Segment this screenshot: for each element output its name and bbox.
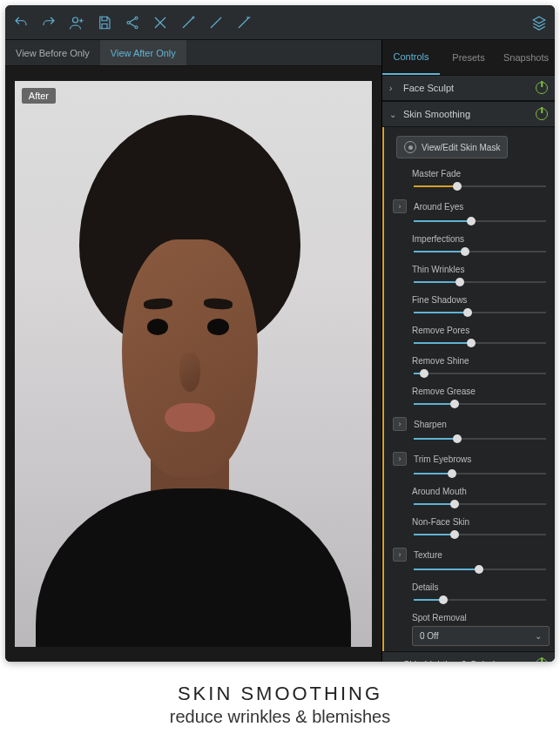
- slider-thumb[interactable]: [461, 247, 469, 256]
- slider-masterFade: Master Fade: [412, 169, 550, 192]
- slider-track-nonFaceSkin[interactable]: [414, 528, 550, 541]
- slider-thumb[interactable]: [467, 217, 476, 225]
- viewport: View Before Only View After Only After: [5, 40, 382, 662]
- slider-label: Thin Wrinkles: [412, 265, 464, 274]
- expand-aroundEyes[interactable]: ›: [393, 199, 407, 213]
- slider-track-thinWrinkles[interactable]: [414, 276, 550, 288]
- section-title: Skin Smoothing: [403, 109, 536, 119]
- tab-view-after[interactable]: View After Only: [100, 40, 186, 65]
- slider-removePores: Remove Pores: [412, 326, 550, 349]
- power-icon[interactable]: [536, 82, 548, 94]
- panel-scroll[interactable]: › Face Sculpt ⌄ Skin Smoothing View/Edit…: [382, 75, 555, 662]
- slider-thinWrinkles: Thin Wrinkles: [412, 265, 550, 288]
- right-panel: Controls Presets Snapshots › Face Sculpt…: [382, 40, 555, 662]
- photo: After: [15, 81, 372, 647]
- section-title: Face Sculpt: [403, 83, 536, 93]
- slider-label: Imperfections: [412, 234, 464, 244]
- skin-smoothing-body: View/Edit Skin Mask Master Fade›Around E…: [382, 127, 555, 651]
- slider-label: Remove Pores: [412, 326, 469, 335]
- after-badge: After: [22, 88, 56, 104]
- spot-removal-value: 0 Off: [420, 631, 439, 641]
- marketing-caption: SKIN SMOOTHING reduce wrinkles & blemish…: [0, 667, 560, 727]
- share-icon[interactable]: [124, 14, 141, 31]
- slider-track-fineShadows[interactable]: [414, 306, 550, 319]
- slider-thumb[interactable]: [450, 500, 459, 508]
- expand-sharpen[interactable]: ›: [393, 417, 407, 431]
- mask-eye-icon: [404, 141, 416, 153]
- slider-track-removeGrease[interactable]: [414, 398, 550, 410]
- view-edit-skin-mask-button[interactable]: View/Edit Skin Mask: [396, 136, 508, 158]
- chevron-right-icon: ›: [389, 660, 398, 663]
- slider-track-masterFade[interactable]: [414, 180, 550, 192]
- section-face-sculpt[interactable]: › Face Sculpt: [382, 75, 555, 101]
- slider-thumb[interactable]: [450, 530, 459, 539]
- tab-presets[interactable]: Presets: [440, 40, 497, 75]
- view-tabs: View Before Only View After Only: [5, 40, 381, 66]
- slider-thumb[interactable]: [439, 596, 448, 604]
- slider-track-details[interactable]: [414, 594, 550, 606]
- layers-icon[interactable]: [530, 14, 548, 31]
- slider-thumb[interactable]: [463, 308, 472, 317]
- slider-track-removePores[interactable]: [414, 337, 550, 349]
- slider-thumb[interactable]: [467, 339, 476, 347]
- chevron-down-icon: ⌄: [389, 110, 398, 119]
- brush-minus-icon[interactable]: [235, 14, 253, 31]
- undo-icon[interactable]: [12, 14, 30, 31]
- slider-imperfections: Imperfections: [412, 234, 550, 258]
- slider-track-sharpen[interactable]: [414, 433, 550, 445]
- expand-trimEyebrows[interactable]: ›: [393, 452, 407, 466]
- slider-thumb[interactable]: [455, 278, 464, 286]
- slider-aroundEyes: ›Around Eyes: [393, 199, 550, 227]
- slider-thumb[interactable]: [420, 369, 428, 378]
- slider-details: Details: [412, 582, 550, 606]
- slider-thumb[interactable]: [475, 565, 483, 574]
- tab-controls[interactable]: Controls: [382, 40, 440, 75]
- section-title: Skin Lighting & Coloring: [403, 659, 536, 662]
- expand-texture[interactable]: ›: [393, 548, 407, 562]
- slider-thumb[interactable]: [450, 400, 459, 408]
- slider-track-trimEyebrows[interactable]: [414, 468, 550, 480]
- spot-removal-dropdown[interactable]: 0 Off ⌄: [412, 626, 550, 646]
- tab-view-before[interactable]: View Before Only: [5, 40, 100, 65]
- slider-thumb[interactable]: [453, 182, 462, 191]
- power-icon[interactable]: [536, 658, 548, 662]
- svg-point-1: [135, 17, 138, 19]
- slider-track-aroundEyes[interactable]: [414, 215, 550, 227]
- slider-nonFaceSkin: Non-Face Skin: [412, 517, 550, 541]
- image-canvas[interactable]: After: [5, 66, 381, 662]
- slider-thumb[interactable]: [448, 469, 456, 478]
- slider-label: Remove Shine: [412, 356, 469, 366]
- slider-track-imperfections[interactable]: [414, 246, 550, 258]
- main-area: View Before Only View After Only After: [5, 40, 555, 662]
- slider-aroundMouth: Around Mouth: [412, 487, 550, 510]
- svg-point-3: [135, 25, 138, 28]
- panel-tabs: Controls Presets Snapshots: [382, 40, 555, 75]
- slider-label: Around Eyes: [414, 202, 463, 212]
- tab-snapshots[interactable]: Snapshots: [497, 40, 555, 75]
- slider-track-aroundMouth[interactable]: [414, 498, 550, 510]
- brush-icon[interactable]: [207, 14, 225, 31]
- power-icon[interactable]: [536, 108, 548, 120]
- section-skin-smoothing[interactable]: ⌄ Skin Smoothing: [382, 101, 555, 127]
- slider-thumb[interactable]: [453, 434, 462, 443]
- slider-fineShadows: Fine Shadows: [412, 295, 550, 319]
- chevron-down-icon: ⌄: [535, 631, 542, 641]
- slider-removeGrease: Remove Grease: [412, 387, 550, 410]
- redo-icon[interactable]: [40, 14, 57, 31]
- caption-title: SKIN SMOOTHING: [0, 683, 560, 705]
- slider-track-removeShine[interactable]: [414, 367, 550, 380]
- save-icon[interactable]: [96, 14, 113, 31]
- slider-track-texture[interactable]: [414, 563, 550, 575]
- add-person-icon[interactable]: [68, 14, 85, 31]
- slider-label: Fine Shadows: [412, 295, 467, 305]
- svg-point-0: [73, 17, 78, 23]
- slider-label: Sharpen: [414, 420, 447, 429]
- slider-removeShine: Remove Shine: [412, 356, 550, 380]
- section-skin-lighting[interactable]: › Skin Lighting & Coloring: [382, 651, 555, 662]
- app-window: View Before Only View After Only After: [5, 5, 555, 662]
- brush-plus-icon[interactable]: [179, 14, 197, 31]
- svg-point-2: [127, 21, 130, 24]
- slider-label: Remove Grease: [412, 387, 476, 396]
- chevron-right-icon: ›: [389, 84, 398, 93]
- measure-icon[interactable]: [152, 14, 169, 31]
